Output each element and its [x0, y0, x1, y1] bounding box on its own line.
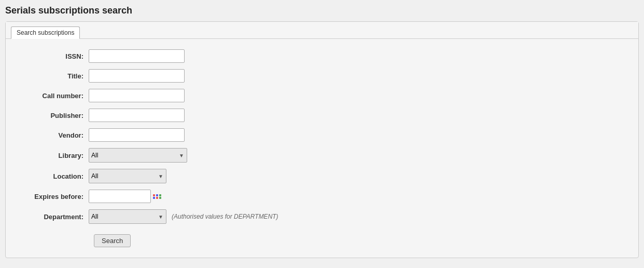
department-select[interactable]: All — [89, 209, 166, 224]
publisher-label: Publisher: — [21, 112, 89, 119]
library-select-wrapper: All ▼ — [89, 148, 187, 163]
search-button-row: Search — [21, 230, 623, 247]
title-row: Title: — [21, 69, 623, 83]
auth-values-note: (Authorised values for DEPARTMENT) — [172, 213, 278, 220]
search-subscriptions-tab[interactable]: Search subscriptions — [11, 26, 80, 39]
location-label: Location: — [21, 172, 89, 180]
department-row: Department: All ▼ (Authorised values for… — [21, 209, 623, 224]
search-button[interactable]: Search — [94, 234, 131, 247]
expires-before-label: Expires before: — [21, 193, 89, 200]
title-label: Title: — [21, 72, 89, 80]
expires-before-input[interactable] — [89, 190, 151, 203]
location-row: Location: All ▼ — [21, 169, 623, 183]
library-label: Library: — [21, 152, 89, 159]
vendor-label: Vendor: — [21, 131, 89, 139]
title-input[interactable] — [89, 69, 185, 83]
vendor-input[interactable] — [89, 128, 185, 142]
call-number-label: Call number: — [21, 92, 89, 100]
location-select-wrapper: All ▼ — [89, 169, 166, 183]
publisher-row: Publisher: — [21, 109, 623, 122]
location-select[interactable]: All — [89, 169, 166, 183]
main-panel: Search subscriptions ISSN: Title: Call n… — [5, 21, 639, 258]
issn-label: ISSN: — [21, 52, 89, 60]
call-number-row: Call number: — [21, 89, 623, 102]
department-label: Department: — [21, 213, 89, 221]
library-row: Library: All ▼ — [21, 148, 623, 163]
call-number-input[interactable] — [89, 89, 185, 102]
page-title: Serials subscriptions search — [5, 5, 639, 16]
calendar-icon[interactable] — [153, 194, 162, 199]
publisher-input[interactable] — [89, 109, 185, 122]
department-select-wrapper: All ▼ — [89, 209, 166, 224]
vendor-row: Vendor: — [21, 128, 623, 142]
form-area: ISSN: Title: Call number: Publisher: Ven… — [6, 39, 638, 258]
tab-bar: Search subscriptions — [6, 22, 638, 39]
expires-before-row: Expires before: — [21, 190, 623, 203]
issn-row: ISSN: — [21, 49, 623, 63]
issn-input[interactable] — [89, 49, 185, 63]
library-select[interactable]: All — [89, 148, 187, 163]
